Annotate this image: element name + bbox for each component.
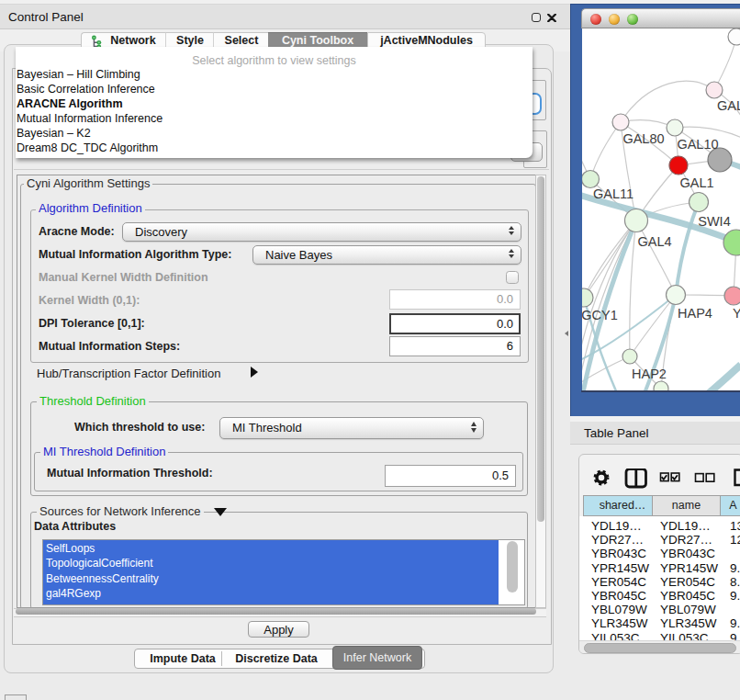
svg-text:YJL2: YJL2 <box>733 306 740 321</box>
svg-text:GCY1: GCY1 <box>582 308 618 322</box>
svg-text:GAL80: GAL80 <box>622 131 664 146</box>
svg-text:GAL4: GAL4 <box>637 234 671 249</box>
svg-text:HAP2: HAP2 <box>632 367 667 381</box>
svg-text:GAL2: GAL2 <box>717 98 740 113</box>
svg-text:SWI4: SWI4 <box>698 214 730 229</box>
svg-text:GAL1: GAL1 <box>679 175 713 190</box>
svg-text:HAP4: HAP4 <box>678 306 712 321</box>
svg-text:GAL11: GAL11 <box>593 186 633 201</box>
svg-text:GAL10: GAL10 <box>677 137 718 152</box>
